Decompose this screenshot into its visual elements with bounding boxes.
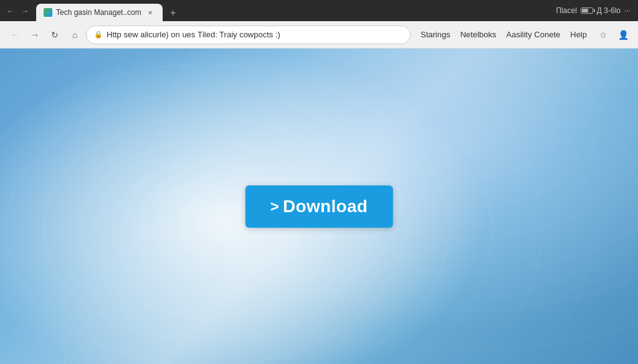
address-bar[interactable]: 🔒 Нttp sew alicurle) on ues Тiled: Traiy… [86,26,411,44]
page-content: > Download [0,49,638,364]
clock-label: Пlacel [556,6,577,15]
download-arrow-icon: > [270,198,279,215]
toolbar: ← → ↻ ⌂ 🔒 Нttp sew alicurle) on ues Тile… [0,21,638,49]
window-controls: ← → [5,6,30,16]
download-button-container: > Download [245,185,393,228]
tab-title: Tech gasin Managet..com [56,8,141,17]
svg-point-3 [81,142,330,316]
forward-btn[interactable]: → [20,6,30,16]
new-tab-button[interactable]: + [165,5,181,21]
bookmark-button[interactable]: ☆ [594,26,612,44]
home-button[interactable]: ⌂ [66,26,83,44]
more-options-button[interactable]: ··· [624,6,631,15]
tab-close-button[interactable]: ✕ [145,7,155,17]
nav-links: Starings Netelboks Aasility Conete Help [421,30,587,39]
download-button[interactable]: > Download [245,185,393,228]
battery-label: Д 3-6lo [597,6,621,15]
address-text: Нttp sew alicurle) on ues Тiled: Traiy c… [107,30,402,39]
nav-link-starings[interactable]: Starings [421,30,450,39]
nav-link-aasility[interactable]: Aasility Conete [507,30,561,39]
svg-point-16 [336,49,598,207]
nav-link-netelboks[interactable]: Netelboks [460,30,497,39]
forward-nav-button[interactable]: → [26,26,44,44]
svg-point-0 [168,204,243,254]
svg-point-15 [380,67,555,179]
toolbar-right: ☆ 👤 [594,26,632,44]
title-bar-right: Пlacel Д 3-6lo ··· [556,6,633,15]
svg-point-4 [44,117,368,341]
svg-point-18 [231,49,638,273]
title-bar: ← → Tech gasin Managet..com ✕ + Пlacel Д… [0,0,638,21]
svg-point-2 [112,164,299,294]
tab-favicon [44,8,52,17]
svg-point-5 [6,92,405,364]
battery-icon [581,7,593,14]
tab-strip: Tech gasin Managet..com ✕ + [34,0,553,21]
security-icon: 🔒 [94,30,103,39]
nav-link-help[interactable]: Help [570,30,587,39]
download-label: Download [283,197,368,217]
svg-point-19 [168,49,638,310]
refresh-button[interactable]: ↻ [46,26,64,44]
back-btn[interactable]: ← [5,6,15,16]
profile-button[interactable]: 👤 [614,26,632,44]
back-nav-button[interactable]: ← [6,26,24,44]
active-tab[interactable]: Tech gasin Managet..com ✕ [36,4,163,21]
battery-fill [582,9,588,12]
